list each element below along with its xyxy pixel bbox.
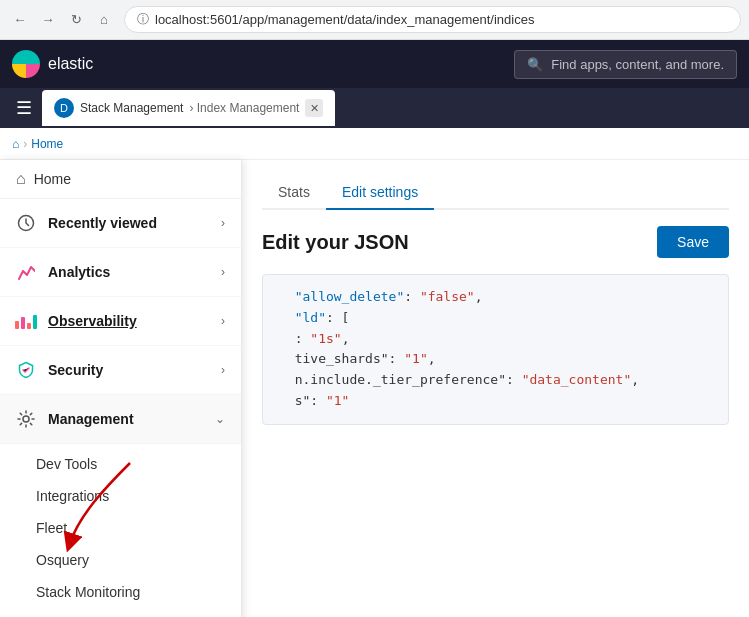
global-search-bar[interactable]: 🔍 Find apps, content, and more. [514,50,737,79]
json-line-7: s": "1" [279,391,712,412]
home-button[interactable]: ⌂ [92,8,116,32]
gear-icon [16,409,36,429]
breadcrumb-bar: ⌂ › Home [0,128,749,160]
address-bar[interactable]: ⓘ localhost:5601/app/management/data/ind… [124,6,741,33]
forward-button[interactable]: → [36,8,60,32]
analytics-label: Analytics [48,264,110,280]
analytics-chevron: › [221,265,225,279]
tab-edit-settings[interactable]: Edit settings [326,176,434,210]
stack-management-tab[interactable]: D Stack Management › Index Management ✕ [42,90,335,126]
observability-icon [16,311,36,331]
json-editor[interactable]: "allow_delete": "false", "ld": [ : "1s",… [262,274,729,425]
edit-header: Edit your JSON Save [262,226,729,258]
tab-avatar: D [54,98,74,118]
search-icon: 🔍 [527,57,543,72]
search-placeholder: Find apps, content, and more. [551,57,724,72]
sidebar-observability-left: Observability [16,311,137,331]
observability-label: Observability [48,313,137,329]
sidebar-security-left: Security [16,360,103,380]
recently-viewed-chevron: › [221,216,225,230]
lock-icon: ⓘ [137,11,149,28]
sidebar-home-label: Home [34,171,71,187]
content-area: Stats Edit settings Edit your JSON Save … [242,160,749,617]
json-line-5: tive_shards": "1", [279,349,712,370]
hamburger-button[interactable]: ☰ [8,93,40,123]
elastic-logo-circle [12,50,40,78]
sidebar-item-observability[interactable]: Observability › [0,297,241,346]
save-button[interactable]: Save [657,226,729,258]
json-line-4: : "1s", [279,329,712,350]
json-line-1: "allow_delete": "false", [279,287,712,308]
sidebar-item-dev-tools[interactable]: Dev Tools [0,448,241,480]
breadcrumb-home-label[interactable]: Home [31,137,63,151]
url-text: localhost:5601/app/management/data/index… [155,12,534,27]
security-chevron: › [221,363,225,377]
nav-buttons: ← → ↻ ⌂ [8,8,116,32]
management-chevron: ⌄ [215,412,225,426]
reload-button[interactable]: ↻ [64,8,88,32]
tab-stats[interactable]: Stats [262,176,326,208]
security-icon [16,360,36,380]
elastic-logo-text: elastic [48,55,93,73]
edit-title: Edit your JSON [262,231,409,254]
tab-close-button[interactable]: ✕ [305,99,323,117]
sidebar-item-integrations[interactable]: Integrations [0,480,241,512]
home-icon: ⌂ [16,170,26,188]
sidebar-analytics-left: Analytics [16,262,110,282]
sidebar-item-stack-monitoring[interactable]: Stack Monitoring [0,576,241,608]
sidebar-item-management[interactable]: Management ⌄ [0,395,241,444]
sidebar-item-analytics[interactable]: Analytics › [0,248,241,297]
back-button[interactable]: ← [8,8,32,32]
home-breadcrumb[interactable]: ⌂ [12,137,19,151]
main-layout: ⌂ Home Recently viewed › [0,160,749,617]
sidebar-management-left: Management [16,409,134,429]
breadcrumb-separator: › [23,137,27,151]
sidebar-item-recently-viewed[interactable]: Recently viewed › [0,199,241,248]
sidebar-item-osquery[interactable]: Osquery [0,544,241,576]
sidebar-item-fleet[interactable]: Fleet [0,512,241,544]
security-label: Security [48,362,103,378]
json-line-2: "ld": [ [279,308,712,329]
analytics-icon [16,262,36,282]
sidebar-home-item[interactable]: ⌂ Home [0,160,241,199]
browser-chrome: ← → ↻ ⌂ ⓘ localhost:5601/app/management/… [0,0,749,40]
tab-label: Stack Management [80,101,183,115]
svg-point-1 [23,416,29,422]
management-children: Dev Tools Integrations Fleet Osquery Sta… [0,444,241,612]
tab-breadcrumb: › Index Management [189,101,299,115]
clock-icon [16,213,36,233]
elastic-logo: elastic [12,50,93,78]
observability-chevron: › [221,314,225,328]
sidebar-item-security[interactable]: Security › [0,346,241,395]
edit-panel: Stats Edit settings Edit your JSON Save … [242,160,749,441]
recently-viewed-label: Recently viewed [48,215,157,231]
tab-bar: ☰ D Stack Management › Index Management … [0,88,749,128]
sidebar: ⌂ Home Recently viewed › [0,160,242,617]
app-header: elastic 🔍 Find apps, content, and more. [0,40,749,88]
edit-tabs: Stats Edit settings [262,176,729,210]
management-label: Management [48,411,134,427]
json-line-6: n.include._tier_preference": "data_conte… [279,370,712,391]
sidebar-recently-viewed-left: Recently viewed [16,213,157,233]
browser-toolbar: ← → ↻ ⌂ ⓘ localhost:5601/app/management/… [0,0,749,39]
